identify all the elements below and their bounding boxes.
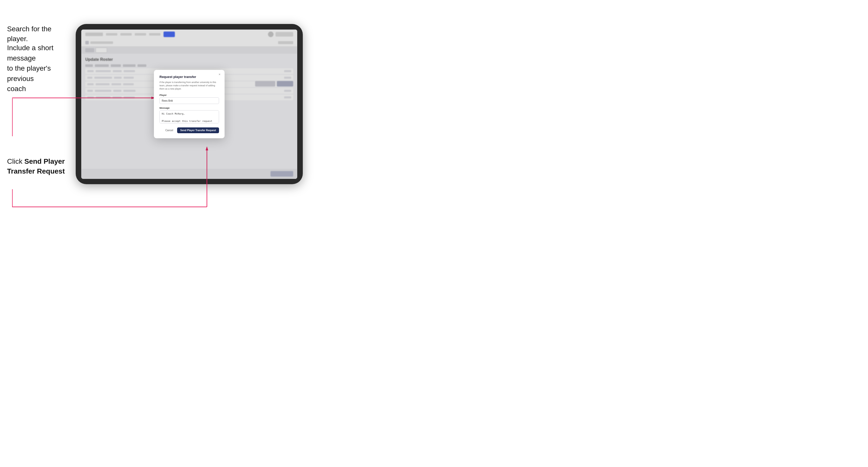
send-transfer-request-button[interactable]: Send Player Transfer Request (177, 127, 219, 133)
modal-description: If the player is transferring from anoth… (159, 81, 219, 91)
request-transfer-modal: × Request player transfer If the player … (154, 70, 224, 138)
modal-overlay: × Request player transfer If the player … (81, 30, 297, 179)
modal-footer: Cancel Send Player Transfer Request (159, 127, 219, 133)
message-label: Message (159, 106, 219, 109)
tablet-device: Update Roster (76, 24, 303, 184)
annotation-click-text: Click Send Player Transfer Request (7, 156, 73, 176)
cancel-button[interactable]: Cancel (163, 128, 175, 133)
annotation-search-text: Search for the player. (7, 24, 73, 44)
modal-title: Request player transfer (159, 75, 219, 79)
close-icon[interactable]: × (217, 72, 221, 76)
player-input[interactable] (159, 97, 219, 104)
message-textarea[interactable]: Hi Coach McHarg, Please accept this tran… (159, 110, 219, 123)
tablet-screen: Update Roster (81, 30, 297, 179)
player-label: Player (159, 94, 219, 96)
annotation-panel: Search for the player. Include a short m… (0, 0, 73, 467)
annotation-message-text: Include a short messageto the player's p… (7, 43, 75, 94)
